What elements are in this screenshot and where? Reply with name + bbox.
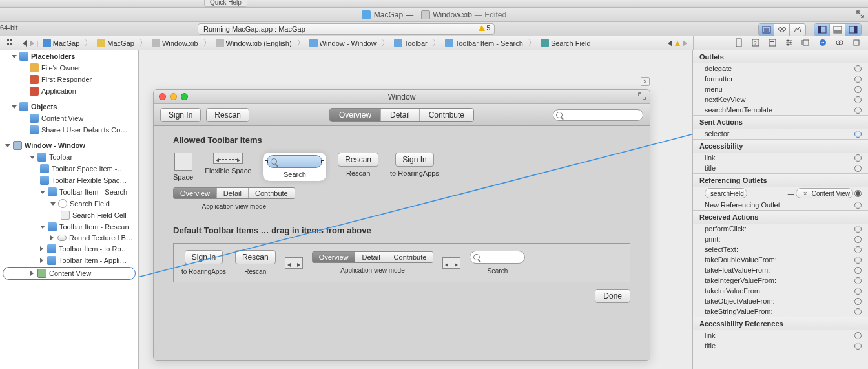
identity-inspector-tab[interactable] [767,37,778,48]
default-items-box[interactable]: Sign In to RoaringApps Rescan Rescan Ove… [173,243,630,282]
outlet-searchmenu[interactable]: searchMenuTemplate [693,105,868,115]
toolbar-search[interactable] [553,109,643,121]
view-mode-segment[interactable]: Overview Detail Contribute [329,108,474,122]
ib-canvas[interactable]: × Window Sign In Rescan Overview Detail … [139,50,692,369]
connection-port-icon[interactable] [854,308,862,315]
assistant-back[interactable] [668,40,672,47]
acc-link[interactable]: link [693,153,868,163]
standard-editor-button[interactable] [759,24,774,36]
item-sign-in[interactable]: Sign In to RoaringApps [390,153,439,177]
close-popup-button[interactable]: × [641,77,650,86]
outline-flex-item[interactable]: Toolbar Flexible Spac… [0,174,138,186]
editor-mode-buttons[interactable] [758,23,806,36]
connection-port-icon[interactable] [854,107,862,114]
connection-port-icon[interactable] [854,65,862,72]
outline-files-owner[interactable]: File's Owner [0,62,138,74]
jump-bar[interactable]: | | MacGap 〉 MacGap 〉 Window.xib 〉 Windo… [0,36,868,50]
disconnect-icon[interactable]: × [801,189,809,197]
jump-seg-folder[interactable]: MacGap [96,39,136,47]
new-ref-outlet[interactable]: New Referencing Outlet [693,200,868,210]
item-rescan[interactable]: Rescan Rescan [338,153,378,177]
done-button[interactable]: Done [595,289,630,303]
connections-inspector-tab[interactable] [818,37,828,48]
size-inspector-tab[interactable] [801,37,811,48]
connection-port-icon[interactable] [854,76,862,83]
item-search-selected[interactable]: Search [263,153,326,181]
outline-content-view[interactable]: Content View [0,112,138,124]
recv-takefloat[interactable]: takeFloatValueFrom: [693,265,868,275]
outline-shared-defaults[interactable]: Shared User Defaults Co… [0,124,138,136]
connection-port-icon[interactable] [854,236,862,243]
view-buttons[interactable] [814,23,862,36]
outline-round-button[interactable]: Round Textured B… [0,233,138,243]
rescan-button[interactable]: Rescan [206,108,249,122]
jump-seg-window[interactable]: Window - Window [308,39,378,47]
sign-in-button[interactable]: Sign In [160,108,201,122]
connection-port-icon[interactable] [854,165,862,172]
outlet-formatter[interactable]: formatter [693,74,868,84]
utilities-toggle[interactable] [845,24,861,36]
recv-takeinteger[interactable]: takeIntegerValueFrom: [693,275,868,286]
jump-seg-item[interactable]: Toolbar Item - Search [444,39,524,47]
file-inspector-tab[interactable] [734,37,744,48]
maximize-icon[interactable] [856,10,864,18]
jump-seg-xib-en[interactable]: Window.xib (English) [214,39,293,47]
related-items-icon[interactable] [6,39,16,48]
recv-selecttext[interactable]: selectText: [693,244,868,255]
connection-port-icon[interactable] [854,226,862,233]
connection-port-icon[interactable] [854,190,862,197]
debug-toggle[interactable] [830,24,845,36]
connection-port-icon[interactable] [854,154,862,162]
outlet-delegate[interactable]: delegate [693,63,868,74]
outline-search-cell[interactable]: Search Field Cell [0,209,138,221]
warning-badge[interactable]: 5 [479,25,490,32]
outline-item-appli[interactable]: Toolbar Item - Appli… [0,255,138,266]
item-space[interactable]: Space [173,153,193,181]
assistant-forward[interactable] [683,40,687,47]
recv-takedouble[interactable]: takeDoubleValueFrom: [693,255,868,265]
connection-port-icon[interactable] [854,277,862,284]
outline-item-search[interactable]: Toolbar Item - Search [0,186,138,198]
outline-search-field[interactable]: Search Field [0,198,138,209]
outline-space-item[interactable]: Toolbar Space Item -… [0,163,138,174]
assistant-editor-button[interactable] [774,24,790,36]
jump-seg-project[interactable]: MacGap [41,39,81,47]
outline-first-responder[interactable]: First Responder [0,74,138,85]
default-sign-in[interactable]: Sign In to RoaringApps [181,250,226,275]
jump-seg-xib[interactable]: Window.xib [150,39,200,47]
ref-searchfield[interactable]: searchField — ×Content View [693,187,868,200]
default-flex-1[interactable] [285,257,303,269]
default-search[interactable]: Search [470,251,525,275]
acc-ref-link[interactable]: link [693,330,868,341]
connection-port-icon[interactable] [854,96,862,103]
outlet-nextkeyview[interactable]: nextKeyView [693,94,868,105]
connection-port-icon[interactable] [854,267,862,274]
connection-port-icon[interactable] [854,202,862,209]
quick-help-tab[interactable]: Quick Help [204,0,247,7]
recv-takeint[interactable]: takeIntValueFrom: [693,286,868,296]
outline-application[interactable]: Application [0,85,138,97]
outline-placeholders[interactable]: Placeholders [0,50,138,62]
outline-objects[interactable]: Objects [0,101,138,112]
fullscreen-icon[interactable] [638,92,646,100]
connections-inspector[interactable]: Outlets delegate formatter menu nextKeyV… [692,50,868,369]
detail-segment[interactable]: Detail [381,109,420,121]
quick-help-tab-icon[interactable]: ? [750,37,761,48]
recv-takestring[interactable]: takeStringValueFrom: [693,306,868,317]
connection-port-icon[interactable] [854,343,862,350]
forward-button[interactable] [30,40,34,47]
attributes-inspector-tab[interactable] [784,37,794,48]
outline-window[interactable]: Window - Window [0,140,138,151]
outline-item-roaring[interactable]: Toolbar Item - to Ro… [0,243,138,255]
item-app-view-mode[interactable]: OverviewDetailContribute Application vie… [173,187,295,210]
acc-title[interactable]: title [693,163,868,173]
back-button[interactable] [23,40,27,47]
outline-toolbar[interactable]: Toolbar [0,151,138,163]
jump-warning-icon[interactable] [675,41,680,46]
version-editor-button[interactable] [790,24,805,36]
ib-window[interactable]: × Window Sign In Rescan Overview Detail … [153,89,650,361]
outlet-menu[interactable]: menu [693,84,868,94]
jump-seg-searchfield[interactable]: Search Field [539,39,592,47]
bindings-inspector-tab[interactable] [834,37,845,48]
recv-print[interactable]: print: [693,234,868,244]
